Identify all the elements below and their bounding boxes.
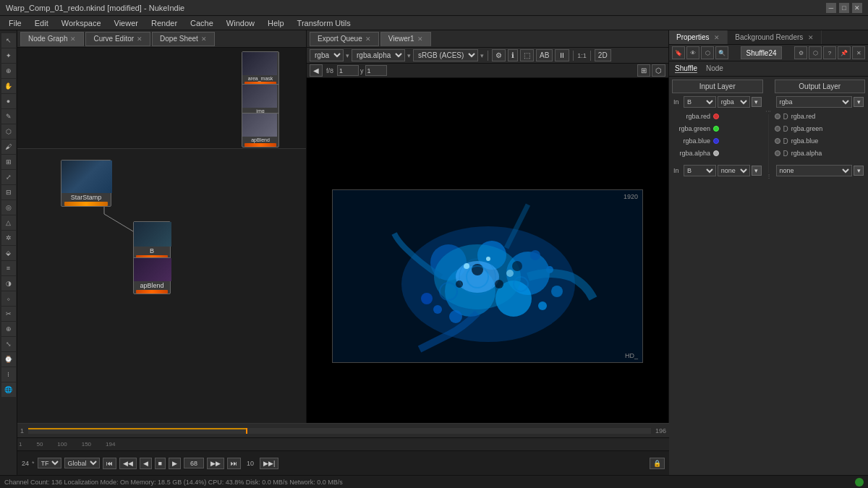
menu-workspace[interactable]: Workspace [56, 17, 107, 29]
tl-play-back[interactable]: ◀ [140, 458, 152, 469]
timeline-bar[interactable] [28, 428, 651, 434]
maximize-button[interactable]: □ [839, 3, 849, 13]
layer-select[interactable]: rgba.alpha [352, 49, 405, 61]
output-more-btn[interactable]: ▾ [854, 97, 864, 107]
node-lower[interactable]: apBlend [133, 257, 171, 294]
viewer-ab-btn[interactable]: AB [536, 49, 553, 61]
tab-properties[interactable]: Properties ✕ [669, 30, 728, 44]
tl-10-fwd[interactable]: ▶▶| [260, 458, 278, 469]
props-search-btn[interactable]: 🔍 [715, 46, 728, 59]
current-frame-input[interactable] [184, 458, 204, 468]
tool-track[interactable]: ◎ [1, 200, 16, 215]
close-dope-sheet-icon[interactable]: ✕ [201, 35, 207, 43]
input-b-select[interactable]: B [684, 96, 716, 108]
input-b2-select[interactable]: B [684, 165, 716, 176]
tool-warp[interactable]: ⤢ [1, 170, 16, 184]
props-eye-btn[interactable]: 👁 [686, 46, 699, 59]
menu-transform[interactable]: Transform Utils [292, 17, 357, 29]
tool-filter[interactable]: ⬦ [1, 291, 16, 306]
tool-move[interactable]: ✦ [1, 48, 16, 63]
tool-zoom[interactable]: ⊕ [1, 64, 16, 78]
input-none-more-btn[interactable]: ▾ [752, 166, 762, 176]
tool-channel[interactable]: ≡ [1, 261, 16, 275]
mini-node-1[interactable]: area_mask [242, 51, 279, 86]
viewer-overlay-btn[interactable]: ⬡ [652, 64, 665, 77]
tool-3d[interactable]: △ [1, 215, 16, 230]
tool-hand[interactable]: ✋ [1, 79, 16, 93]
tool-grid[interactable]: ⊟ [1, 185, 16, 200]
tool-particle[interactable]: ✲ [1, 231, 16, 245]
output-rgba-select[interactable]: rgba [776, 96, 853, 108]
close-bg-icon[interactable]: ✕ [808, 34, 814, 41]
props-settings-btn[interactable]: ⚙ [794, 46, 807, 59]
tool-paint[interactable]: 🖌 [1, 140, 16, 154]
y-input[interactable] [365, 65, 387, 76]
tool-time[interactable]: ⌚ [1, 352, 16, 367]
node-starstamp[interactable]: StarStamp [61, 160, 111, 207]
tool-roto[interactable]: ⬡ [1, 124, 16, 139]
close-export-icon[interactable]: ✕ [365, 35, 371, 43]
props-pin-btn[interactable]: 📌 [838, 46, 851, 59]
viewer-roi-btn[interactable]: ⬚ [520, 49, 534, 61]
tool-dot[interactable]: ● [1, 94, 16, 108]
tl-global-select[interactable]: Global [64, 458, 100, 468]
colorspace-select[interactable]: sRGB (ACES) [413, 49, 478, 61]
tl-stop[interactable]: ■ [155, 458, 166, 469]
tool-keyer[interactable]: ✂ [1, 307, 16, 321]
props-clone-btn[interactable]: ⬡ [809, 46, 822, 59]
tab-bg-renders[interactable]: Background Renders ✕ [728, 30, 822, 44]
tool-network[interactable]: 🌐 [1, 382, 16, 397]
frame-input[interactable] [337, 65, 359, 76]
tab-curve-editor[interactable]: Curve Editor ✕ [85, 32, 150, 46]
tool-transform[interactable]: ⤡ [1, 337, 16, 351]
menu-window[interactable]: Window [221, 17, 260, 29]
tl-play[interactable]: ▶ [169, 458, 181, 469]
tool-clone[interactable]: ⊞ [1, 155, 16, 169]
close-props-icon[interactable]: ✕ [714, 34, 720, 41]
input-rgba-select[interactable]: rgba [718, 96, 750, 108]
close-viewer1-icon[interactable]: ✕ [417, 35, 423, 43]
menu-render[interactable]: Render [145, 17, 183, 29]
tl-skip-end[interactable]: ⏭ [227, 458, 241, 469]
close-node-graph-icon[interactable]: ✕ [70, 35, 76, 43]
tool-edit[interactable]: ✎ [1, 109, 16, 124]
input-none-select[interactable]: none [718, 165, 750, 176]
tool-merge[interactable]: ⊕ [1, 322, 16, 336]
tl-lock[interactable]: 🔒 [650, 458, 665, 469]
node-b[interactable]: B [133, 221, 171, 260]
mini-node-3[interactable]: apBlend [242, 113, 279, 147]
close-curve-editor-icon[interactable]: ✕ [137, 35, 142, 43]
tool-other[interactable]: ⁞ [1, 367, 16, 382]
viewer-grid-btn[interactable]: ⊞ [637, 64, 650, 77]
channel-select[interactable]: rgba [310, 49, 344, 61]
tl-step-back[interactable]: ◀◀ [119, 458, 137, 469]
subtab-shuffle[interactable]: Shuffle [675, 64, 697, 73]
menu-help[interactable]: Help [262, 17, 290, 29]
input-more-btn[interactable]: ▾ [752, 97, 762, 107]
viewer-settings-btn[interactable]: ⚙ [492, 49, 506, 61]
props-node-icon[interactable]: ⬡ [701, 46, 714, 59]
output-none-more-btn[interactable]: ▾ [854, 166, 864, 176]
close-button[interactable]: ✕ [852, 3, 862, 13]
tool-color[interactable]: ◑ [1, 276, 16, 291]
props-help-btn[interactable]: ? [823, 46, 836, 59]
menu-viewer[interactable]: Viewer [109, 17, 144, 29]
tool-meta[interactable]: ⬙ [1, 246, 16, 260]
tl-step-fwd[interactable]: ▶▶ [207, 458, 224, 469]
output-none-select[interactable]: none [776, 165, 853, 176]
tl-skip-start[interactable]: ⏮ [103, 458, 116, 469]
minimize-button[interactable]: ─ [826, 3, 836, 13]
tl-fps-select[interactable]: TF [38, 458, 61, 468]
subtab-node[interactable]: Node [706, 64, 723, 73]
props-bookmark-btn[interactable]: 🔖 [672, 46, 685, 59]
viewer-prev-frame[interactable]: ◀ [310, 64, 323, 77]
props-close-node-btn[interactable]: ✕ [852, 46, 865, 59]
menu-file[interactable]: File [3, 17, 27, 29]
tab-export-queue[interactable]: Export Queue ✕ [310, 32, 379, 46]
tab-viewer1[interactable]: Viewer1 ✕ [380, 32, 431, 46]
menu-cache[interactable]: Cache [184, 17, 219, 29]
viewer-canvas[interactable]: 1920 HD_ [307, 78, 668, 474]
tool-select[interactable]: ↖ [1, 33, 16, 48]
menu-edit[interactable]: Edit [29, 17, 54, 29]
viewer-info-btn[interactable]: ℹ [508, 49, 518, 61]
